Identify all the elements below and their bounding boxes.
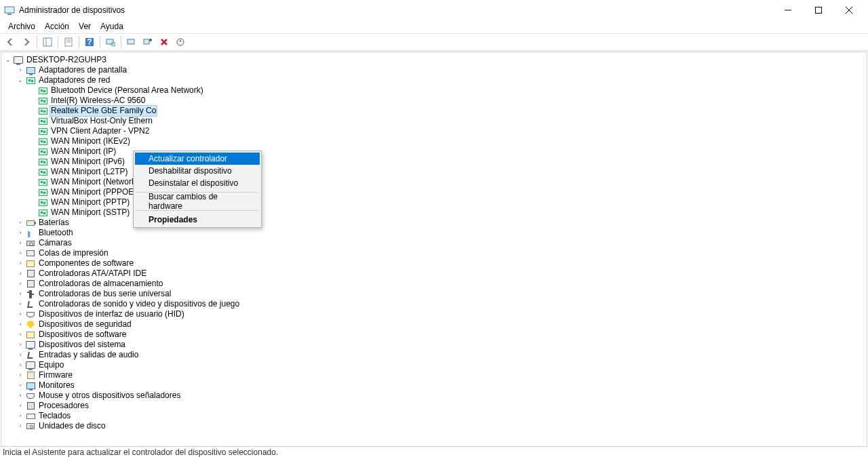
expand-icon[interactable]: › bbox=[16, 382, 24, 390]
category-security[interactable]: ›Dispositivos de seguridad bbox=[1, 319, 867, 330]
close-button[interactable] bbox=[833, 0, 864, 20]
context-disable-device[interactable]: Deshabilitar dispositivo bbox=[135, 165, 260, 177]
expand-icon[interactable]: › bbox=[16, 300, 24, 309]
category-print-queues[interactable]: ›Colas de impresión bbox=[1, 248, 867, 258]
device-wan-ikev2[interactable]: WAN Miniport (IKEv2) bbox=[1, 136, 867, 146]
category-software-devices[interactable]: ›Dispositivos de software bbox=[1, 330, 867, 340]
device-wan-ip[interactable]: WAN Miniport (IP) bbox=[1, 146, 867, 157]
expand-icon[interactable]: › bbox=[16, 250, 24, 258]
device-wan-sstp[interactable]: WAN Miniport (SSTP) bbox=[1, 207, 867, 218]
category-monitors[interactable]: ›Monitores bbox=[1, 380, 867, 391]
expand-icon[interactable]: › bbox=[16, 422, 24, 431]
back-button[interactable] bbox=[2, 35, 18, 49]
category-mice[interactable]: ›Mouse y otros dispositivos señaladores bbox=[1, 391, 867, 401]
category-storage[interactable]: ›Controladoras de almacenamiento bbox=[1, 279, 867, 289]
root-node[interactable]: ⌄ DESKTOP-R2GUHP3 bbox=[1, 55, 867, 65]
expand-icon[interactable]: › bbox=[16, 321, 24, 329]
expand-icon[interactable]: › bbox=[16, 311, 24, 319]
device-wan-netmon[interactable]: WAN Miniport (Network Monitor) bbox=[1, 177, 867, 187]
update-driver-button[interactable] bbox=[123, 35, 140, 49]
expand-icon[interactable]: › bbox=[16, 331, 24, 339]
printer-icon bbox=[25, 249, 36, 258]
network-icon bbox=[37, 178, 48, 187]
device-realtek[interactable]: Realtek PCIe GbE Family Co bbox=[1, 106, 867, 116]
expand-icon[interactable]: › bbox=[16, 219, 24, 227]
storage-icon bbox=[25, 279, 36, 289]
device-intel-wifi[interactable]: Intel(R) Wireless-AC 9560 bbox=[1, 96, 867, 106]
scan-hardware-button[interactable] bbox=[102, 35, 119, 49]
expand-icon[interactable]: › bbox=[16, 260, 24, 268]
category-computer[interactable]: ›Equipo bbox=[1, 360, 867, 370]
device-wan-pppoe[interactable]: WAN Miniport (PPPOE) bbox=[1, 187, 867, 197]
properties-button[interactable] bbox=[60, 35, 77, 49]
expand-icon[interactable]: › bbox=[16, 361, 24, 370]
category-batteries[interactable]: ›Baterías bbox=[1, 218, 867, 228]
network-icon bbox=[37, 96, 48, 106]
device-vpn[interactable]: VPN Client Adapter - VPN2 bbox=[1, 126, 867, 136]
expand-icon[interactable]: › bbox=[16, 412, 24, 420]
context-uninstall-device[interactable]: Desinstalar el dispositivo bbox=[135, 177, 260, 189]
category-audio-io[interactable]: ›Entradas y salidas de audio bbox=[1, 350, 867, 360]
bluetooth-icon: ᛒ bbox=[25, 228, 36, 238]
enable-button[interactable] bbox=[172, 35, 189, 49]
device-vbox[interactable]: VirtualBox Host-Only Ethern bbox=[1, 116, 867, 126]
disable-button[interactable] bbox=[156, 35, 172, 49]
expand-icon[interactable]: › bbox=[16, 229, 24, 237]
menu-ver[interactable]: Ver bbox=[74, 20, 96, 33]
expand-icon[interactable]: › bbox=[16, 270, 24, 278]
uninstall-button[interactable] bbox=[140, 35, 156, 49]
collapse-icon[interactable]: ⌄ bbox=[4, 56, 12, 64]
expand-icon[interactable]: › bbox=[16, 341, 24, 349]
expand-icon[interactable]: › bbox=[16, 372, 24, 380]
collapse-icon[interactable]: ⌄ bbox=[16, 77, 24, 85]
category-processors[interactable]: ›Procesadores bbox=[1, 401, 867, 411]
device-wan-pptp[interactable]: WAN Miniport (PPTP) bbox=[1, 197, 867, 207]
expand-icon[interactable]: › bbox=[16, 280, 24, 288]
expand-icon[interactable]: › bbox=[16, 351, 24, 359]
category-display-adapters[interactable]: › Adaptadores de pantalla bbox=[1, 65, 867, 75]
category-usb[interactable]: ›Controladoras de bus serie universal bbox=[1, 289, 867, 299]
window-title: Administrador de dispositivos bbox=[19, 5, 772, 15]
menu-ayuda[interactable]: Ayuda bbox=[96, 20, 128, 33]
category-sound[interactable]: ›Controladoras de sonido y video y dispo… bbox=[1, 299, 867, 309]
ata-icon bbox=[25, 269, 36, 279]
toolbar-separator bbox=[121, 36, 121, 48]
show-hide-tree-button[interactable] bbox=[39, 35, 56, 49]
category-ata[interactable]: ›Controladoras ATA/ATAPI IDE bbox=[1, 269, 867, 279]
menu-archivo[interactable]: Archivo bbox=[3, 20, 40, 33]
device-wan-ipv6[interactable]: WAN Miniport (IPv6) bbox=[1, 157, 867, 167]
svg-rect-16 bbox=[127, 39, 134, 44]
help-button[interactable]: ? bbox=[81, 35, 98, 49]
minimize-button[interactable] bbox=[772, 0, 803, 20]
category-system[interactable]: ›Dispositivos del sistema bbox=[1, 340, 867, 350]
forward-button[interactable] bbox=[18, 35, 35, 49]
expand-icon[interactable]: › bbox=[16, 392, 24, 400]
context-properties[interactable]: Propiedades bbox=[135, 214, 260, 226]
expand-icon[interactable]: › bbox=[16, 239, 24, 247]
category-hid[interactable]: ›Dispositivos de interfaz de usuario (HI… bbox=[1, 309, 867, 319]
svg-rect-6 bbox=[43, 38, 52, 46]
toolbar: ? bbox=[0, 33, 868, 51]
expand-icon[interactable]: › bbox=[16, 66, 24, 75]
svg-line-15 bbox=[115, 45, 115, 46]
expand-icon[interactable]: › bbox=[16, 402, 24, 410]
toolbar-separator bbox=[58, 36, 58, 48]
svg-rect-13 bbox=[106, 39, 113, 44]
expand-icon[interactable]: › bbox=[16, 290, 24, 298]
category-software-components[interactable]: ›Componentes de software bbox=[1, 258, 867, 269]
context-update-driver[interactable]: Actualizar controlador bbox=[135, 153, 260, 165]
svg-rect-0 bbox=[5, 7, 14, 13]
category-firmware[interactable]: ›Firmware bbox=[1, 370, 867, 380]
category-bluetooth[interactable]: ›ᛒBluetooth bbox=[1, 228, 867, 238]
menu-accion[interactable]: Acción bbox=[40, 20, 74, 33]
device-wan-l2tp[interactable]: WAN Miniport (L2TP) bbox=[1, 167, 867, 177]
category-cameras[interactable]: ›Cámaras bbox=[1, 238, 867, 248]
maximize-button[interactable] bbox=[803, 0, 833, 20]
device-tree[interactable]: ⌄ DESKTOP-R2GUHP3 › Adaptadores de panta… bbox=[1, 52, 867, 447]
category-disks[interactable]: ›Unidades de disco bbox=[1, 421, 867, 431]
category-keyboards[interactable]: ›Teclados bbox=[1, 411, 867, 421]
category-network-adapters[interactable]: ⌄ Adaptadores de red bbox=[1, 75, 867, 85]
shield-icon bbox=[25, 320, 36, 330]
context-scan-hardware[interactable]: Buscar cambios de hardware bbox=[135, 195, 260, 207]
device-bt-pan[interactable]: Bluetooth Device (Personal Area Network) bbox=[1, 85, 867, 96]
